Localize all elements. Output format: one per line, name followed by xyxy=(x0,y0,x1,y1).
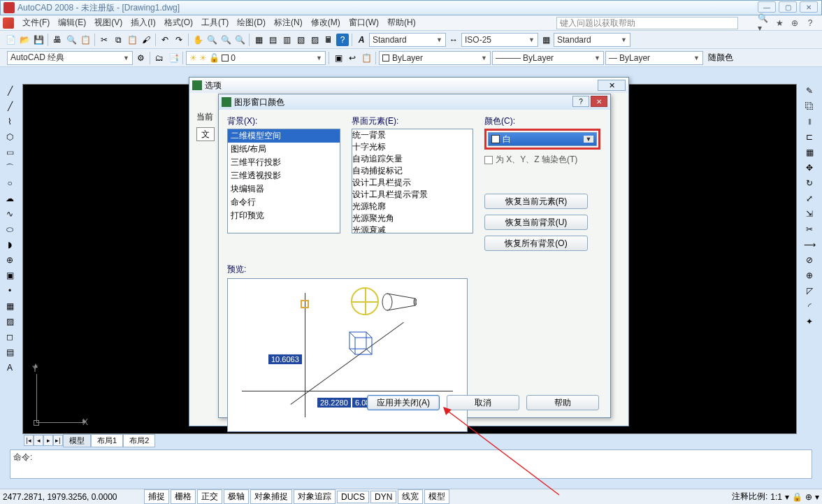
menu-modify[interactable]: 修改(M) xyxy=(307,17,345,29)
star-icon[interactable]: ★ xyxy=(773,17,786,29)
file-icon[interactable] xyxy=(3,17,14,29)
menu-dim[interactable]: 标注(N) xyxy=(270,17,307,29)
bycolor-button[interactable]: 随颜色 xyxy=(705,52,737,64)
command-window[interactable]: 命令: xyxy=(10,449,812,479)
list-item[interactable]: 二维模型空间 xyxy=(228,129,340,143)
array-icon[interactable]: ▦ xyxy=(802,145,816,159)
zoom-prev-icon[interactable]: 🔍 xyxy=(233,34,246,46)
maximize-button[interactable]: ▢ xyxy=(779,1,797,13)
scale-value[interactable]: 1:1 xyxy=(770,492,782,502)
snap-toggle[interactable]: 捕捉 xyxy=(144,489,169,504)
restore-context-button[interactable]: 恢复当前背景(U) xyxy=(484,215,588,230)
list-item[interactable]: 命令行 xyxy=(228,196,340,209)
list-item[interactable]: 自动捕捉标记 xyxy=(352,165,473,177)
scale-icon[interactable]: ⤢ xyxy=(802,192,816,206)
gradient-icon[interactable]: ▨ xyxy=(3,315,17,329)
restore-all-button[interactable]: 恢复所有背景(O) xyxy=(484,236,588,251)
copy-icon[interactable]: ⧉ xyxy=(112,34,124,46)
dimstyle-icon[interactable]: ↔ xyxy=(447,34,460,46)
markup-icon[interactable]: ▨ xyxy=(308,34,321,46)
list-item[interactable]: 光源聚光角 xyxy=(352,213,473,224)
workspace-combo[interactable]: AutoCAD 经典▼ xyxy=(7,51,133,65)
ssm-icon[interactable]: ▧ xyxy=(294,34,307,46)
dimstyle-combo[interactable]: ISO-25▼ xyxy=(461,33,538,47)
dyn-toggle[interactable]: DYN xyxy=(370,491,396,503)
menu-edit[interactable]: 编辑(E) xyxy=(54,17,90,29)
grid-toggle[interactable]: 栅格 xyxy=(171,489,196,504)
tab-layout2[interactable]: 布局2 xyxy=(123,434,155,447)
mtext-icon[interactable]: A xyxy=(3,361,17,375)
help-search-input[interactable]: 键入问题以获取帮助 xyxy=(556,17,738,29)
point-icon[interactable]: • xyxy=(3,284,17,298)
help2-icon[interactable]: ? xyxy=(336,34,349,46)
erase-icon[interactable]: ✎ xyxy=(802,84,816,98)
color-combo[interactable]: ByLayer▼ xyxy=(379,51,491,65)
rotate-icon[interactable]: ↻ xyxy=(802,176,816,190)
join-icon[interactable]: ⊕ xyxy=(802,268,816,282)
open-icon[interactable]: 📂 xyxy=(18,34,31,46)
menu-window[interactable]: 窗口(W) xyxy=(345,17,383,29)
menu-format[interactable]: 格式(O) xyxy=(160,17,197,29)
region-icon[interactable]: ◻ xyxy=(3,330,17,344)
list-item[interactable]: 光源衰减 xyxy=(352,224,473,233)
ortho-toggle[interactable]: 正交 xyxy=(197,489,222,504)
layer-states-icon[interactable]: 📑 xyxy=(167,52,180,64)
menu-view[interactable]: 视图(V) xyxy=(90,17,127,29)
close-button[interactable]: ✕ xyxy=(800,1,818,13)
tablestyle-combo[interactable]: Standard▼ xyxy=(554,33,630,47)
preview-icon[interactable]: 🔍 xyxy=(65,34,78,46)
rect-icon[interactable]: ▭ xyxy=(3,145,17,159)
revcloud-icon[interactable]: ☁ xyxy=(3,192,17,206)
tab-last-icon[interactable]: ▸| xyxy=(53,435,63,446)
list-item[interactable]: 统一背景 xyxy=(352,129,473,141)
tab-model[interactable]: 模型 xyxy=(63,434,91,447)
menu-file[interactable]: 文件(F) xyxy=(18,17,54,29)
list-item[interactable]: 块编辑器 xyxy=(228,182,340,196)
tint-checkbox[interactable]: 为 X、Y、Z 轴染色(T) xyxy=(484,154,600,166)
pline-icon[interactable]: ⌇ xyxy=(3,115,17,129)
explode-icon[interactable]: ✦ xyxy=(802,315,816,329)
break-icon[interactable]: ⊘ xyxy=(802,253,816,267)
menu-insert[interactable]: 插入(I) xyxy=(127,17,159,29)
block-icon[interactable]: ▣ xyxy=(3,268,17,282)
plot-icon[interactable]: 🖶 xyxy=(51,34,64,46)
ducs-toggle[interactable]: DUCS xyxy=(337,491,369,503)
circle-icon[interactable]: ○ xyxy=(3,176,17,190)
list-item[interactable]: 十字光标 xyxy=(352,141,473,153)
layer-props-icon[interactable]: 🗂 xyxy=(153,52,166,64)
chamfer-icon[interactable]: ◸ xyxy=(802,284,816,298)
menu-draw[interactable]: 绘图(D) xyxy=(233,17,270,29)
lwt-toggle[interactable]: 线宽 xyxy=(398,489,423,504)
layer-combo[interactable]: ☀ ☀ 🔓 0▼ xyxy=(186,51,326,65)
layer-iso-icon[interactable]: ▣ xyxy=(332,52,345,64)
list-item[interactable]: 图纸/布局 xyxy=(228,143,340,156)
fillet-icon[interactable]: ◜ xyxy=(802,299,816,313)
table-icon[interactable]: ▤ xyxy=(3,345,17,359)
textstyle-combo[interactable]: Standard▼ xyxy=(369,33,446,47)
tab-first-icon[interactable]: |◂ xyxy=(24,435,34,446)
context-listbox[interactable]: 二维模型空间 图纸/布局 三维平行投影 三维透视投影 块编辑器 命令行 打印预览 xyxy=(227,129,340,233)
publish-icon[interactable]: 📋 xyxy=(79,34,92,46)
tp-icon[interactable]: ▥ xyxy=(280,34,293,46)
menu-tools[interactable]: 工具(T) xyxy=(197,17,233,29)
ellipsearc-icon[interactable]: ◗ xyxy=(3,238,17,252)
help-icon[interactable]: ? xyxy=(804,17,816,29)
cancel-button[interactable]: 取消 xyxy=(447,395,519,410)
tab-next-icon[interactable]: ▸ xyxy=(43,435,53,446)
xline-icon[interactable]: ╱ xyxy=(3,99,17,113)
list-item[interactable]: 光源轮廓 xyxy=(352,201,473,213)
new-icon[interactable]: 📄 xyxy=(4,34,17,46)
statusmenu-icon[interactable]: ▾ xyxy=(815,492,819,502)
help-button[interactable]: 帮助 xyxy=(526,395,599,410)
otrack-toggle[interactable]: 对象追踪 xyxy=(294,489,336,504)
model-toggle[interactable]: 模型 xyxy=(424,489,449,504)
offset-icon[interactable]: ⊏ xyxy=(802,130,816,144)
list-item[interactable]: 三维透视投影 xyxy=(228,169,340,182)
undo-icon[interactable]: ↶ xyxy=(159,34,171,46)
menu-help[interactable]: 帮助(H) xyxy=(383,17,420,29)
ws-settings-icon[interactable]: ⚙ xyxy=(134,52,147,64)
pan-icon[interactable]: ✋ xyxy=(192,34,204,46)
list-item[interactable]: 设计工具栏提示 xyxy=(352,177,473,189)
list-item[interactable]: 打印预览 xyxy=(228,209,340,222)
extend-icon[interactable]: ⟶ xyxy=(802,238,816,252)
